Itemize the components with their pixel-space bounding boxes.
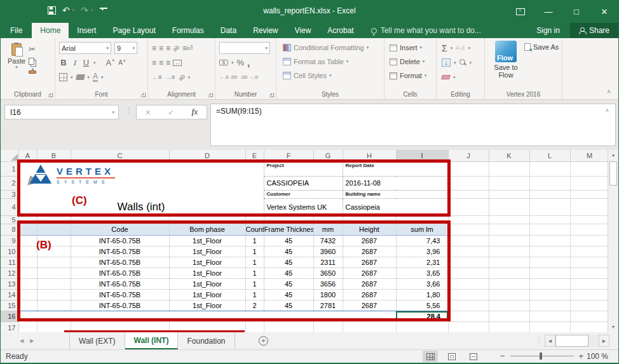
header-code[interactable]: Code — [71, 224, 169, 235]
copy-icon[interactable] — [29, 58, 34, 65]
sort-filter-icon[interactable]: A↓Z — [456, 45, 465, 51]
fill-icon[interactable]: ↓ — [442, 58, 451, 67]
align-top-icon[interactable]: ≡ — [152, 44, 156, 53]
header-mm[interactable]: mm — [313, 224, 343, 235]
alignment-dialog-launcher-icon[interactable] — [208, 93, 213, 97]
save-as-button[interactable]: Save As — [524, 43, 559, 51]
cell-mm[interactable]: 2781 — [313, 300, 343, 311]
name-box[interactable]: I16▾ — [4, 105, 119, 119]
percent-style-icon[interactable]: % — [237, 58, 245, 67]
zoom-out-icon[interactable]: − — [500, 351, 505, 361]
cell-code[interactable]: INT-65-0.75B — [71, 289, 169, 300]
column-header-g[interactable]: G — [313, 150, 343, 161]
cell-bom-phase[interactable]: 1st_Floor — [169, 246, 245, 257]
align-bottom-icon[interactable]: ≡ — [166, 44, 170, 53]
menu-tab-formulas[interactable]: Formulas — [164, 23, 212, 38]
cell-height[interactable]: 2687 — [343, 235, 396, 246]
format-cells-button[interactable]: Format▾ — [390, 69, 433, 83]
cell-sum-lm[interactable]: 1,80 — [396, 289, 448, 300]
cell-sum-lm[interactable]: 3,96 — [396, 246, 448, 257]
prev-sheet-icon[interactable]: ◀ — [20, 338, 24, 344]
cell-height[interactable]: 2687 — [343, 246, 396, 257]
share-button[interactable]: Share — [570, 23, 618, 38]
row-header-5[interactable]: 5 — [1, 215, 18, 224]
scroll-up-icon[interactable]: ▲ — [608, 150, 618, 160]
menu-tab-home[interactable]: Home — [32, 23, 69, 38]
row-header-16-selected[interactable]: 16 — [1, 311, 18, 321]
menu-tab-review[interactable]: Review — [245, 23, 286, 38]
cell-count[interactable]: 1 — [245, 257, 264, 267]
underline-dropdown-icon[interactable]: ▾ — [93, 60, 96, 65]
minimize-icon[interactable]: — — [534, 0, 562, 23]
maximize-icon[interactable]: □ — [562, 0, 590, 23]
cell-sum-lm[interactable]: 7,43 — [396, 235, 448, 246]
row-header[interactable]: 13 — [1, 278, 18, 289]
horizontal-scroll-thumb[interactable] — [555, 335, 588, 347]
orientation-icon[interactable]: ab — [172, 43, 180, 52]
cell-height[interactable]: 2687 — [343, 278, 396, 289]
cell-code[interactable]: INT-65-0.75B — [71, 278, 169, 289]
column-header-c[interactable]: C — [71, 150, 169, 161]
paste-button[interactable]: Paste ▾ — [4, 41, 29, 89]
cell-code[interactable]: INT-65-0.75B — [71, 300, 169, 311]
italic-button[interactable]: I — [71, 58, 79, 68]
insert-cells-button[interactable]: Insert▾ — [390, 41, 433, 55]
cell-sum-lm[interactable]: 5,56 — [396, 300, 448, 311]
menu-tab-acrobat[interactable]: Acrobat — [319, 23, 362, 38]
row-header-1[interactable]: 1 — [1, 161, 18, 176]
menu-tab-view[interactable]: View — [287, 23, 320, 38]
font-name-select[interactable]: Arial▾ — [59, 42, 111, 54]
column-header-b[interactable]: B — [37, 150, 71, 161]
delete-cells-button[interactable]: Delete▾ — [390, 55, 433, 69]
cell-mm[interactable]: 3960 — [313, 246, 343, 257]
menu-tab-file[interactable]: File — [1, 23, 32, 38]
page-break-view-button[interactable] — [466, 351, 481, 362]
column-header-h[interactable]: H — [343, 150, 396, 161]
clear-icon[interactable] — [441, 75, 451, 79]
row-header[interactable]: 14 — [1, 289, 18, 300]
customer-value-cell[interactable]: Vertex Systems UK — [264, 198, 343, 215]
cell-bom-phase[interactable]: 1st_Floor — [169, 267, 245, 278]
worksheet-grid[interactable]: A B C D E F G H I J K L M 1 Project — [1, 150, 609, 332]
header-height[interactable]: Height — [343, 224, 396, 235]
underline-button[interactable]: U — [82, 58, 90, 67]
row-header[interactable]: 12 — [1, 267, 18, 278]
cell-bom-phase[interactable]: 1st_Floor — [169, 300, 245, 311]
number-format-select[interactable]: ▾ — [219, 42, 270, 54]
cell-height[interactable]: 2687 — [343, 257, 396, 267]
accounting-format-icon[interactable]: $ — [219, 60, 228, 65]
cell-sum-lm[interactable]: 2,31 — [396, 257, 448, 267]
header-sum-lm[interactable]: sum lm — [396, 224, 448, 235]
ribbon-display-options-icon[interactable] — [507, 0, 534, 23]
cell-count[interactable]: 1 — [245, 235, 264, 246]
clipboard-dialog-launcher-icon[interactable] — [48, 93, 53, 97]
vertical-scroll-thumb[interactable] — [609, 161, 617, 185]
next-sheet-icon[interactable]: ▶ — [30, 338, 34, 344]
align-left-icon[interactable]: ≡ — [152, 58, 156, 67]
zoom-percentage[interactable]: 100 % — [587, 352, 608, 361]
enter-icon[interactable]: ✓ — [168, 108, 174, 117]
customer-label-cell[interactable]: Customer — [264, 190, 343, 198]
cell-mm[interactable]: 7432 — [313, 235, 343, 246]
cell-frame-thickness[interactable]: 45 — [264, 289, 313, 300]
row-header-2[interactable]: 2 — [1, 176, 18, 190]
cell-frame-thickness[interactable]: 45 — [264, 246, 313, 257]
project-value-cell[interactable]: CASSIOPEIA — [264, 176, 343, 190]
report-date-value-cell[interactable]: 2016-11-08 — [343, 176, 448, 190]
cell-count[interactable]: 2 — [245, 300, 264, 311]
column-header-k[interactable]: K — [489, 150, 529, 161]
cancel-icon[interactable]: × — [146, 107, 151, 118]
cell-frame-thickness[interactable]: 45 — [264, 300, 313, 311]
scroll-left-icon[interactable]: ◀ — [545, 335, 555, 347]
format-painter-icon[interactable] — [29, 71, 36, 74]
column-header-i-selected[interactable]: I — [396, 150, 448, 161]
cell-count[interactable]: 1 — [245, 267, 264, 278]
decrease-decimal-icon[interactable]: .00 →.0 — [240, 74, 258, 80]
building-name-value-cell[interactable]: Cassiopeia — [343, 198, 448, 215]
column-header-e[interactable]: E — [245, 150, 264, 161]
row-header-17[interactable]: 17 — [1, 321, 18, 332]
zoom-in-icon[interactable]: + — [579, 351, 584, 361]
cell-bom-phase[interactable]: 1st_Floor — [169, 257, 245, 267]
sign-in-button[interactable]: Sign in — [526, 23, 570, 38]
increase-decimal-icon[interactable]: ←.0 .00 — [219, 74, 237, 80]
